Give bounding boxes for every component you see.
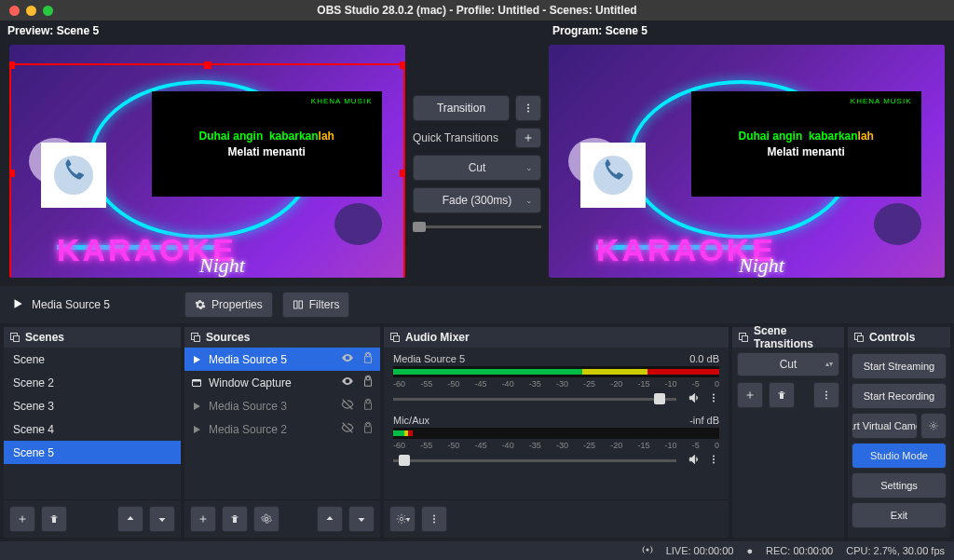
start-recording-button[interactable]: Start Recording [852,383,947,409]
fade-transition-dropdown[interactable]: Fade (300ms)⌄ [413,187,541,213]
tbar-slider[interactable] [413,225,541,228]
track-db: -inf dB [689,415,719,426]
video-overlay: KHENA MUSIK Duhai angin kabarkanlah Mela… [152,91,382,197]
source-settings-button[interactable] [253,506,279,532]
eye-icon[interactable] [341,375,354,390]
mixer-menu-button[interactable] [421,506,447,532]
remove-transition-button[interactable] [769,382,795,408]
audio-mixer-panel: Audio Mixer Media Source 50.0 dB-60-55-5… [384,327,729,538]
scene-transitions-panel: Scene Transitions Cut ▴▾ [732,327,844,538]
lock-icon[interactable] [361,375,375,390]
eye-icon[interactable] [341,351,354,367]
svg-point-34 [646,549,648,552]
popout-icon[interactable] [738,332,749,343]
track-name: Mic/Aux [393,415,429,426]
scene-item[interactable]: Scene 3 [4,394,181,417]
preview-label: Preview: Scene 5 [0,20,409,39]
settings-button[interactable]: Settings [852,472,947,499]
audio-track: Mic/Aux-inf dB-60-55-50-45-40-35-30-25-2… [384,409,729,471]
rec-status: REC: 00:00:00 [766,545,833,556]
transition-button[interactable]: Transition [413,95,510,121]
audio-meter [393,428,719,439]
svg-point-29 [825,394,827,396]
svg-point-24 [433,518,435,520]
media-source-toolbar: Media Source 5 Properties Filters [0,286,954,323]
maximize-window[interactable] [43,6,53,16]
popout-icon[interactable] [9,332,20,343]
scene-item[interactable]: Scene 2 [4,371,181,394]
add-source-button[interactable] [190,506,216,532]
play-icon [190,400,203,413]
speaker-icon[interactable] [688,391,701,407]
svg-point-20 [713,458,715,460]
remove-scene-button[interactable] [41,506,67,532]
source-item[interactable]: Media Source 2 [184,417,380,441]
play-icon[interactable] [11,297,24,313]
program-canvas[interactable]: KHENA MUSIK Duhai angin kabarkanlah Mela… [549,45,945,278]
start-streaming-button[interactable]: Start Streaming [852,353,947,379]
lock-icon[interactable] [361,351,375,367]
window-icon [190,376,203,389]
video-overlay: KHENA MUSIK Duhai angin kabarkanlah Mela… [691,91,921,197]
source-item[interactable]: Media Source 5 [184,348,380,371]
titlebar: OBS Studio 28.0.2 (mac) - Profile: Untit… [0,0,954,20]
source-item[interactable]: Window Capture [184,371,380,394]
scene-down-button[interactable] [149,506,175,532]
source-down-button[interactable] [348,506,375,532]
cpu-status: CPU: 2.7%, 30.00 fps [846,545,945,556]
track-menu-button[interactable] [708,392,719,406]
svg-rect-8 [14,336,20,342]
preview-canvas[interactable]: KHENA MUSIK Duhai angin kabarkanlah Mela… [9,45,405,278]
svg-point-17 [713,397,715,399]
phone-icon [580,143,646,208]
window-title: OBS Studio 28.0.2 (mac) - Profile: Untit… [317,4,636,17]
remove-source-button[interactable] [222,506,248,532]
volume-slider[interactable] [393,398,676,401]
popout-icon[interactable] [853,332,865,343]
scene-item[interactable]: Scene [4,348,181,371]
studio-mode-button[interactable]: Studio Mode [852,443,947,469]
svg-point-33 [933,425,935,428]
track-name: Media Source 5 [393,353,465,364]
mixer-settings-button[interactable]: ▾ [389,506,416,532]
play-icon [190,423,203,436]
popout-icon[interactable] [389,332,401,343]
virtual-camera-button[interactable]: art Virtual Came [852,413,918,439]
scene-up-button[interactable] [117,506,143,532]
virtual-camera-settings-button[interactable] [920,413,947,439]
source-item[interactable]: Media Source 3 [184,394,380,417]
transition-menu-button[interactable] [515,95,541,121]
svg-point-22 [400,517,403,521]
scene-item[interactable]: Scene 4 [4,417,181,441]
controls-panel: Controls Start Streaming Start Recording… [848,327,950,538]
svg-point-2 [527,107,529,109]
program-label: Program: Scene 5 [545,20,954,39]
lock-icon[interactable] [361,398,375,414]
phone-icon [41,143,106,208]
add-scene-button[interactable] [9,506,35,532]
eye-off-icon[interactable] [341,421,354,437]
add-quick-transition-button[interactable] [515,128,541,148]
lock-icon[interactable] [361,421,375,437]
speaker-icon[interactable] [688,453,701,469]
filters-button[interactable]: Filters [282,292,350,318]
add-transition-button[interactable] [737,382,763,408]
properties-button[interactable]: Properties [184,292,273,318]
track-menu-button[interactable] [708,454,719,468]
close-window[interactable] [9,6,20,16]
cut-transition-dropdown[interactable]: Cut⌄ [413,155,541,181]
minimize-window[interactable] [26,6,36,16]
quick-transitions-label: Quick Transitions [413,131,498,144]
source-up-button[interactable] [317,506,343,532]
exit-button[interactable]: Exit [852,502,947,528]
transition-select[interactable]: Cut ▴▾ [737,352,839,376]
source-label: Media Source 3 [209,400,335,413]
eye-off-icon[interactable] [341,398,354,414]
volume-slider[interactable] [393,459,676,462]
scene-item[interactable]: Scene 5 [4,441,181,464]
popout-icon[interactable] [190,332,201,343]
transition-menu-button[interactable] [813,382,839,408]
svg-point-23 [433,515,435,517]
svg-rect-10 [195,336,200,342]
sources-panel: Sources Media Source 5Window CaptureMedi… [184,327,380,538]
